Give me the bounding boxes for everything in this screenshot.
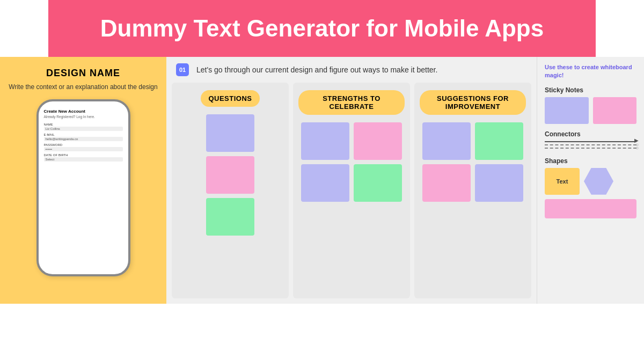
sticky-note (301, 164, 349, 202)
design-description: Write the context or an explanation abou… (9, 83, 157, 91)
page-title: Dummy Text Generator for Mobile Apps (59, 15, 585, 42)
sticky-notes-row (545, 97, 636, 124)
phone-email-label: E-MAIL (44, 133, 123, 136)
rp-sticky-pink (593, 97, 637, 124)
questions-header: QUESTIONS (201, 90, 259, 107)
sticky-note (422, 122, 471, 160)
sticky-note (422, 164, 471, 202)
phone-login-link: Already Registered? Log In here. (44, 115, 123, 119)
phone-name-value: Liz Collins (44, 127, 123, 131)
left-panel: DESIGN NAME Write the context or an expl… (0, 57, 166, 304)
right-panel-tip: Use these to create whiteboard magic! (545, 63, 636, 80)
shape-hexagon (584, 168, 613, 195)
columns-area: QUESTIONS STRENGTHS TO CELEBRATE (166, 83, 537, 304)
suggestions-row-2 (420, 164, 526, 202)
strengths-row-1 (298, 122, 405, 160)
shapes-section: Shapes Text (545, 157, 636, 218)
column-strengths: STRENGTHS TO CELEBRATE (293, 83, 410, 298)
sticky-note (354, 122, 402, 160)
strengths-row-2 (298, 164, 405, 202)
phone-email-value: hello@writingpanda.co (44, 137, 123, 141)
design-name-label: DESIGN NAME (46, 68, 120, 79)
sticky-note (206, 114, 254, 152)
column-questions: QUESTIONS (172, 83, 289, 298)
phone-screen: Create New Account Already Registered? L… (39, 101, 128, 169)
questions-row-3 (177, 198, 283, 236)
connectors-section: Connectors (545, 130, 636, 151)
phone-dob-value: Select (44, 157, 123, 162)
phone-mockup: Create New Account Already Registered? L… (36, 99, 130, 276)
sticky-notes-section: Sticky Notes (545, 86, 636, 124)
sticky-note (354, 164, 402, 202)
shapes-label: Shapes (545, 157, 636, 165)
rp-sticky-purple (545, 97, 589, 124)
step-badge: 01 (176, 63, 189, 76)
main-content: DESIGN NAME Write the context or an expl… (0, 57, 644, 304)
connector-dashed-1 (545, 144, 636, 145)
header-banner: Dummy Text Generator for Mobile Apps (48, 0, 596, 57)
sticky-note (475, 164, 523, 202)
whiteboard-header: 01 Let's go through our current design a… (166, 57, 537, 83)
strengths-header: STRENGTHS TO CELEBRATE (298, 90, 405, 115)
sticky-note (475, 122, 523, 160)
column-suggestions: SUGGESTIONS FOR IMPROVEMENT (414, 83, 531, 298)
sticky-note (301, 122, 349, 160)
questions-row-1 (177, 114, 283, 152)
questions-row-2 (177, 156, 283, 194)
phone-password-label: PASSWORD (44, 143, 123, 146)
phone-create-account: Create New Account (44, 109, 123, 114)
connectors-label: Connectors (545, 130, 636, 138)
shapes-row: Text (545, 168, 636, 195)
suggestions-header: SUGGESTIONS FOR IMPROVEMENT (420, 90, 526, 115)
right-panel: Use these to create whiteboard magic! St… (537, 57, 644, 304)
phone-password-value: •••••• (44, 147, 123, 151)
sticky-note (206, 198, 254, 236)
phone-name-label: NAME (44, 123, 123, 126)
phone-dob-label: DATE OF BIRTH (44, 153, 123, 157)
shape-wide (545, 199, 636, 218)
whiteboard: 01 Let's go through our current design a… (166, 57, 537, 304)
sticky-notes-label: Sticky Notes (545, 86, 636, 94)
whiteboard-subtitle: Let's go through our current design and … (196, 65, 437, 74)
shape-rectangle: Text (545, 168, 580, 195)
connector-solid (545, 141, 636, 142)
sticky-note (206, 156, 254, 194)
connector-dashed-2 (545, 148, 636, 149)
suggestions-row-1 (420, 122, 526, 160)
